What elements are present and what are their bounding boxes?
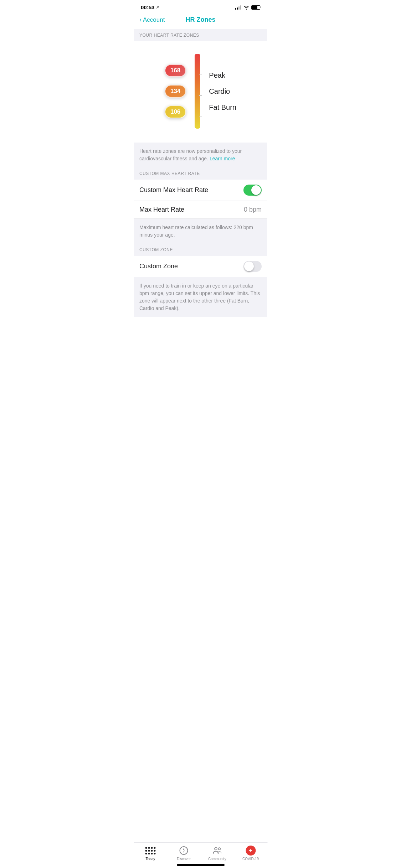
status-bar: 00:53 ↗ (134, 0, 267, 13)
custom-max-hr-toggle[interactable] (243, 185, 262, 196)
learn-more-link[interactable]: Learn more (210, 156, 235, 161)
location-arrow-icon: ↗ (156, 5, 159, 10)
custom-zone-toggle-thumb (244, 262, 254, 271)
max-hr-label: Max Heart Rate (139, 206, 184, 213)
page-title: HR Zones (139, 16, 262, 24)
max-hr-value: 0 bpm (244, 206, 262, 213)
toggle-thumb (251, 185, 261, 195)
custom-zone-info: If you need to train in or keep an eye o… (134, 277, 267, 317)
custom-zone-label: Custom Zone (139, 263, 178, 270)
zone-labels-column: Peak Cardio Fat Burn (209, 68, 236, 115)
custom-zone-toggle[interactable] (243, 261, 262, 272)
cardio-label: Cardio (209, 87, 236, 95)
max-hr-info-text: Maximum heart rate calculated as follows… (139, 224, 253, 238)
custom-max-hr-label: Custom Max Heart Rate (139, 186, 208, 194)
peak-label: Peak (209, 71, 236, 79)
fatburn-badge: 106 (165, 105, 186, 118)
gradient-bar-column (193, 48, 202, 134)
max-hr-row[interactable]: Max Heart Rate 0 bpm (134, 201, 267, 219)
wifi-icon (243, 5, 249, 10)
custom-zone-row: Custom Zone (134, 256, 267, 277)
status-icons (235, 5, 260, 10)
custom-zone-info-text: If you need to train in or keep an eye o… (139, 283, 260, 311)
hr-zones-description: Heart rate zones are now personalized to… (134, 143, 267, 167)
hr-zones-chart: 168 134 106 (134, 41, 267, 143)
max-hr-info: Maximum heart rate calculated as follows… (134, 219, 267, 244)
custom-max-hr-section-header: CUSTOM MAX HEART RATE (134, 167, 267, 180)
nav-header: ‹ Account HR Zones (134, 13, 267, 29)
cardio-badge: 134 (165, 85, 186, 98)
status-time: 00:53 (141, 4, 154, 10)
fatburn-label: Fat Burn (209, 103, 236, 112)
gradient-bar-svg (193, 52, 202, 130)
svg-rect-0 (195, 54, 200, 129)
peak-badge: 168 (165, 64, 186, 77)
signal-icon (235, 5, 241, 10)
custom-max-hr-row: Custom Max Heart Rate (134, 180, 267, 201)
custom-zone-section-header: CUSTOM ZONE (134, 244, 267, 256)
battery-icon (251, 5, 260, 10)
zone-badges-column: 168 134 106 (165, 61, 186, 122)
hr-zones-section-header: YOUR HEART RATE ZONES (134, 29, 267, 41)
